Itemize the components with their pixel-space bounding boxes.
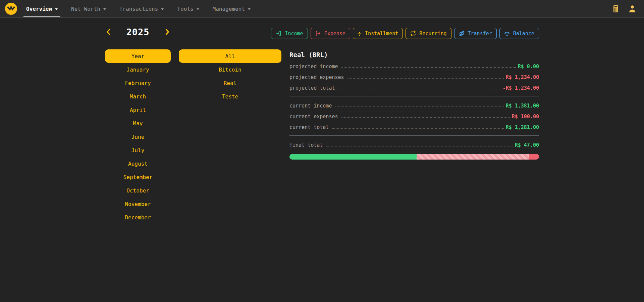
month-link-september[interactable]: September <box>123 174 153 180</box>
balance-scale-icon <box>504 31 510 36</box>
row-label: current total <box>289 124 329 132</box>
summary-row-current-expenses: current expenses R$ 100.00 <box>289 111 539 121</box>
year-mode-button[interactable]: Year <box>105 49 171 63</box>
user-icon <box>628 4 637 13</box>
dotted-leader <box>347 78 504 79</box>
chevron-down-icon <box>55 8 58 10</box>
sign-out-arrow-icon <box>315 31 321 36</box>
month-link-october[interactable]: October <box>126 187 149 194</box>
nav-item-tools[interactable]: Tools <box>177 0 199 18</box>
progress-segment-red <box>529 154 539 160</box>
budget-progress-bar <box>289 154 539 160</box>
summary-row-projected-total: projected total -R$ 1,234.00 <box>289 82 539 93</box>
previous-year-button[interactable] <box>106 28 111 36</box>
divide-icon: ÷ <box>358 30 362 37</box>
progress-segment-green <box>289 154 417 160</box>
installment-button[interactable]: ÷ Installment <box>353 28 403 39</box>
balance-button[interactable]: Balance <box>499 28 539 39</box>
summary-row-projected-income: projected income R$ 0.00 <box>289 60 539 71</box>
summary-panel: Income Expense ÷ Installment <box>289 25 539 224</box>
row-value: R$ 1,381.00 <box>506 103 539 111</box>
summary-row-projected-expenses: projected expenses R$ 1,234.00 <box>289 71 539 82</box>
user-profile-button[interactable] <box>628 4 637 13</box>
row-value: R$ 1,234.00 <box>506 74 539 82</box>
row-label: projected income <box>289 63 338 71</box>
row-value: -R$ 1,234.00 <box>503 85 539 93</box>
accounts-column: All Bitcoin Real Teste <box>179 25 281 224</box>
income-button-label: Income <box>285 31 303 37</box>
account-link-bitcoin[interactable]: Bitcoin <box>219 67 241 73</box>
all-accounts-button[interactable]: All <box>179 49 281 63</box>
nav-item-label: Tools <box>177 6 193 12</box>
dotted-leader <box>335 106 503 107</box>
row-label: final total <box>289 142 323 150</box>
projected-group: projected income R$ 0.00 projected expen… <box>289 60 539 93</box>
recurring-button-label: Recurring <box>419 31 446 37</box>
expense-button[interactable]: Expense <box>311 28 350 39</box>
nav-item-management[interactable]: Management <box>213 0 251 18</box>
nav-item-net-worth[interactable]: Net Worth <box>71 0 106 18</box>
dotted-leader <box>338 89 500 89</box>
dotted-leader <box>326 146 513 146</box>
month-link-april[interactable]: April <box>130 107 146 113</box>
month-link-may[interactable]: May <box>133 120 143 127</box>
row-label: current expenses <box>289 114 338 121</box>
chevron-down-icon <box>248 8 251 10</box>
main-content: 2025 Year January February March April M… <box>0 18 644 224</box>
transfer-button[interactable]: Transfer <box>454 28 497 39</box>
month-link-december[interactable]: December <box>125 214 151 221</box>
dotted-leader <box>341 67 516 68</box>
transfer-button-label: Transfer <box>468 31 492 37</box>
current-group: current income R$ 1,381.00 current expen… <box>289 100 539 132</box>
dotted-leader <box>341 117 510 118</box>
chevron-down-icon <box>103 8 106 10</box>
divider <box>289 96 539 96</box>
summary-row-current-income: current income R$ 1,381.00 <box>289 100 539 111</box>
calculator-button[interactable] <box>612 5 620 13</box>
action-toolbar: Income Expense ÷ Installment <box>289 28 539 39</box>
calculator-icon <box>612 5 620 13</box>
year-label: 2025 <box>126 27 149 37</box>
nav-menu: Overview Net Worth Transactions Tools Ma… <box>26 0 251 17</box>
chevron-down-icon <box>161 8 164 10</box>
nav-item-label: Net Worth <box>71 6 100 12</box>
month-link-november[interactable]: November <box>125 201 151 207</box>
month-link-july[interactable]: July <box>131 147 145 154</box>
brand-logo-icon <box>5 2 17 15</box>
nav-item-overview[interactable]: Overview <box>26 0 58 18</box>
chevron-right-icon <box>165 28 170 36</box>
month-link-march[interactable]: March <box>130 93 146 100</box>
account-link-teste[interactable]: Teste <box>222 93 238 100</box>
expense-button-label: Expense <box>324 31 345 37</box>
row-value: R$ 0.00 <box>518 63 539 71</box>
row-value: R$ 1,281.00 <box>506 124 539 132</box>
navbar-right <box>612 4 639 13</box>
summary-row-final-total: final total R$ 47.00 <box>289 139 539 150</box>
month-link-february[interactable]: February <box>125 80 151 86</box>
chevron-down-icon <box>197 8 199 10</box>
repeat-icon <box>410 31 416 36</box>
brand-logo[interactable] <box>5 2 17 15</box>
account-link-real[interactable]: Real <box>224 80 237 86</box>
row-label: projected expenses <box>289 74 344 82</box>
nav-item-label: Transactions <box>119 6 158 12</box>
month-link-august[interactable]: August <box>128 161 148 167</box>
row-value: R$ 100.00 <box>512 114 539 121</box>
row-label: current income <box>289 103 332 111</box>
progress-segment-striped <box>417 154 529 160</box>
next-year-button[interactable] <box>165 28 170 36</box>
dotted-leader <box>332 128 503 129</box>
month-link-january[interactable]: January <box>126 67 149 73</box>
currency-section-title: Real (BRL) <box>289 51 539 58</box>
sign-in-arrow-icon <box>276 31 281 36</box>
chevron-left-icon <box>106 28 111 36</box>
recurring-button[interactable]: Recurring <box>406 28 451 39</box>
summary-row-current-total: current total R$ 1,281.00 <box>289 121 539 132</box>
nav-item-label: Management <box>213 6 245 12</box>
installment-button-label: Installment <box>365 31 398 37</box>
period-column: 2025 Year January February March April M… <box>105 25 171 224</box>
month-link-june[interactable]: June <box>131 134 145 140</box>
income-button[interactable]: Income <box>271 28 308 39</box>
balance-button-label: Balance <box>513 31 534 37</box>
nav-item-transactions[interactable]: Transactions <box>119 0 164 18</box>
